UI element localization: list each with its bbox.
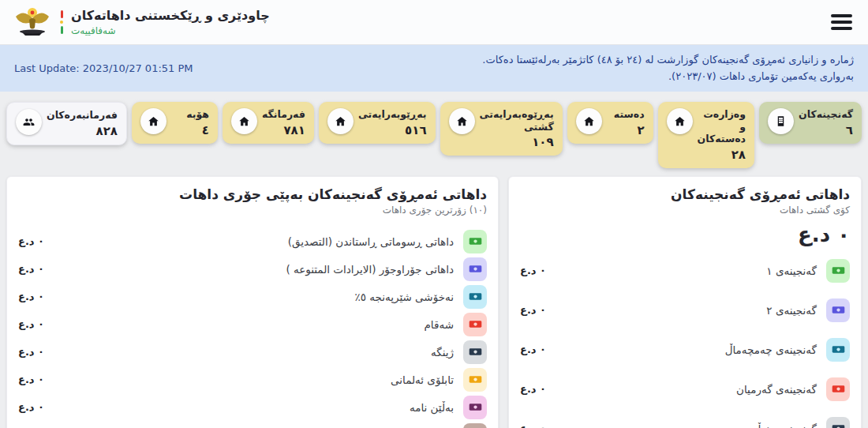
banknote-icon: [826, 259, 850, 283]
stat-card-offices[interactable]: فەرمانگە ٧٨١: [223, 102, 314, 144]
page-title: چاودێری و ڕێکخستنی داهاتەکان: [71, 8, 270, 24]
list-item-label: داهاتی ڕسوماتی ڕاستاندن (التصدیق): [288, 235, 454, 248]
list-item: ژینگە ٠ د.ع: [18, 340, 487, 364]
list-item-value: ٠ د.ع: [18, 346, 44, 358]
stat-card-label: وەزارەت و دەستەکان: [698, 108, 746, 145]
list-item-label: داهاتی جۆراوجۆر (الایرادات المتنوعه ): [286, 263, 454, 276]
home-icon: [667, 108, 693, 134]
info-notice: ژماره و زانیاری ئەمڕۆی گەنجینەکان گوزارش…: [482, 51, 854, 85]
list-item-label: ژینگە: [431, 346, 454, 359]
panel-treasuries-income: داهاتی ئەمڕۆی گەنجینەکان کۆی گشتی داهات …: [508, 176, 862, 428]
list-item-label: گەنجینەی هەڵەبجە: [736, 422, 817, 428]
list-item-value: ٠ د.ع: [18, 263, 44, 275]
users-icon: [16, 109, 42, 135]
list-item-label: گەنجینەی ٢: [766, 304, 817, 317]
list-item-value: ٠ د.ع: [520, 422, 546, 428]
stat-card-label: گەنجینەکان: [799, 108, 853, 121]
list-item-value: ٠ د.ع: [520, 304, 546, 316]
stat-card-units[interactable]: هۆبە ٤: [132, 102, 218, 144]
list-item-label: نەخۆشی شێرپەنجە ٥٪: [354, 291, 454, 303]
list-item: داهاتی ڕسوماتی ڕاستاندن (التصدیق) ٠ د.ع: [18, 230, 487, 253]
list-item-value: ٠ د.ع: [520, 344, 546, 355]
list-item-label: گەنجینەی ١: [766, 265, 817, 277]
panel-title: داهاتی ئەمڕۆی گەنجینەکان بەپێی جۆری داها…: [18, 183, 487, 202]
stat-card-ministries[interactable]: وەزارەت و دەستەکان ٢٨: [658, 102, 754, 168]
banknote-icon: [826, 377, 850, 401]
stat-card-label: فەرمانگە: [262, 108, 305, 121]
banknote-icon: [826, 338, 850, 362]
banknote-icon: [463, 313, 487, 336]
list-item-value: ٠ د.ع: [520, 265, 546, 276]
home-icon: [449, 108, 475, 134]
banknote-icon: [463, 423, 487, 428]
panel-subtitle: (١٠) زۆرترین جۆری داهات: [18, 204, 487, 216]
info-bar: Last Update: 2023/10/27 01:51 PM ژماره و…: [0, 45, 868, 92]
list-item: تابلۆی ئەلمانی ٠ د.ع: [18, 368, 487, 392]
stat-card-value: ٤: [186, 123, 209, 137]
banknote-icon: [463, 396, 487, 419]
panel-subtitle: کۆی گشتی داهات: [520, 204, 850, 216]
stat-card-value: ٨٢٨: [47, 124, 118, 138]
stat-card-label: دەستە: [614, 108, 645, 121]
panel-title: داهاتی ئەمڕۆی گەنجینەکان: [520, 183, 850, 202]
flag-color-marks: [60, 10, 63, 34]
list-item-value: ٠ د.ع: [18, 291, 44, 302]
list-item-value: ٠ د.ع: [520, 383, 546, 395]
stat-card-value: ٢: [614, 123, 645, 137]
stat-card-value: ٢٨: [698, 148, 746, 162]
total-income-value: ٠ د.ع: [520, 221, 850, 248]
home-icon: [576, 108, 602, 134]
stat-card-label: بەڕێوبەرایەتی: [358, 108, 427, 121]
stat-card-value: ١٠٩: [480, 135, 554, 149]
banknote-icon: [826, 417, 850, 428]
list-item-label: گەنجینەی گەرمیان: [736, 383, 817, 396]
stat-card-value: ٧٨١: [262, 123, 305, 137]
list-item: نەخۆشی شێرپەنجە ٥٪ ٠ د.ع: [18, 285, 487, 309]
stat-card-label: فەرمانبەرەکان: [47, 109, 118, 122]
list-item: شەقام ٠ د.ع: [18, 313, 487, 336]
banknote-icon: [463, 340, 487, 364]
list-item-label: گەنجینەی چەمچەماڵ: [725, 344, 817, 356]
stat-card-value: ٦: [799, 123, 853, 137]
stat-card-general-directorates[interactable]: بەڕێوەبەرایەتی گشتی ١٠٩: [440, 102, 563, 156]
list-item: گەنجینەی هەڵەبجە ٠ د.ع: [520, 417, 850, 428]
last-update-text: Last Update: 2023/10/27 01:51 PM: [14, 62, 193, 74]
info-notice-line2: بەرواری یەکەمین تۆماری داهات (٢٠٢٣/٠٧).: [482, 68, 854, 84]
panel-income-by-type: داهاتی ئەمڕۆی گەنجینەکان بەپێی جۆری داها…: [6, 176, 499, 428]
list-item-label: بەڵێن نامە: [410, 401, 454, 414]
banknote-icon: [463, 257, 487, 281]
info-notice-line1: ژماره و زانیاری ئەمڕۆی گەنجینەکان گوزارش…: [482, 51, 854, 68]
stat-card-boards[interactable]: دەستە ٢: [567, 102, 653, 144]
treasury-list: گەنجینەی ١ ٠ د.ع گەنجینەی ٢ ٠ د.ع گەنجین…: [520, 259, 850, 428]
panels-row: داهاتی ئەمڕۆی گەنجینەکان کۆی گشتی داهات …: [6, 176, 862, 428]
stat-card-directorates[interactable]: بەڕێوبەرایەتی ٥١٦: [319, 102, 436, 144]
list-item: گەنجینەی ١ ٠ د.ع: [520, 259, 850, 283]
stat-card-label: بەڕێوەبەرایەتی گشتی: [480, 108, 554, 133]
banknote-icon: [463, 368, 487, 392]
income-type-list: داهاتی ڕسوماتی ڕاستاندن (التصدیق) ٠ د.ع …: [18, 230, 487, 428]
hamburger-menu-icon[interactable]: [829, 11, 854, 33]
home-icon: [327, 108, 354, 134]
page-subtitle: شەفافییەت: [71, 25, 270, 36]
banknote-icon: [826, 298, 850, 322]
krg-emblem-logo: [14, 6, 51, 39]
list-item: بەڵێن نامە ٠ د.ع: [18, 396, 487, 419]
stat-card-label: هۆبە: [186, 108, 209, 121]
list-item: گەنجینەی گەرمیان ٠ د.ع: [520, 377, 850, 401]
list-item: گەنجینەی چەمچەماڵ ٠ د.ع: [520, 338, 850, 362]
list-item-label: تابلۆی ئەلمانی: [391, 374, 454, 386]
list-item-label: شەقام: [425, 318, 454, 331]
stat-cards-row: گەنجینەکان ٦ وەزارەت و دەستەکان ٢٨ دەستە…: [6, 102, 862, 168]
home-icon: [231, 108, 257, 134]
list-item: گەنجینەی ٢ ٠ د.ع: [520, 298, 850, 322]
list-item: چەک ٠ د.ع: [18, 423, 487, 428]
list-item-value: ٠ د.ع: [18, 401, 44, 413]
list-item-value: ٠ د.ع: [18, 318, 44, 330]
home-icon: [140, 108, 166, 134]
app-header: چاودێری و ڕێکخستنی داهاتەکان شەفافییەت: [0, 0, 868, 45]
list-item-value: ٠ د.ع: [18, 374, 44, 385]
treasury-cabinet-icon: [768, 108, 794, 134]
stat-card-value: ٥١٦: [358, 123, 427, 137]
stat-card-treasuries[interactable]: گەنجینەکان ٦: [759, 102, 862, 144]
stat-card-employees[interactable]: فەرمانبەرەکان ٨٢٨: [6, 102, 127, 145]
